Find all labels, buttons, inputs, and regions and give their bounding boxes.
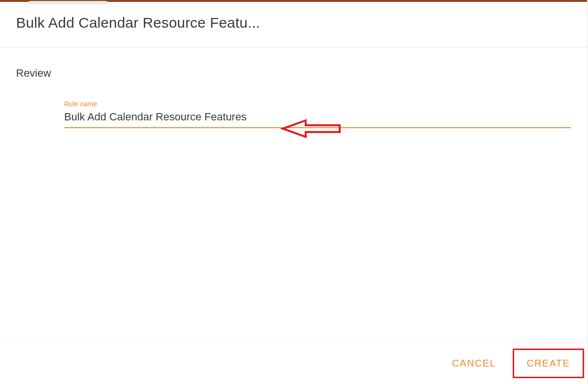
create-button-annotation-box: CREATE — [513, 349, 584, 378]
dialog-footer: CANCEL CREATE — [0, 342, 588, 384]
rule-name-input[interactable] — [64, 110, 571, 124]
create-button[interactable]: CREATE — [514, 350, 583, 377]
dialog-container: Bulk Add Calendar Resource Featu... Revi… — [0, 0, 588, 384]
dialog-content: Review Rule name — [0, 48, 588, 342]
rule-name-label: Rule name — [64, 100, 571, 108]
rule-name-input-wrap — [64, 110, 571, 128]
cancel-button[interactable]: CANCEL — [440, 349, 503, 378]
dialog-title: Bulk Add Calendar Resource Featu... — [16, 15, 572, 31]
section-title: Review — [16, 67, 572, 80]
rule-name-field-wrap: Rule name — [64, 100, 571, 128]
dialog-header: Bulk Add Calendar Resource Featu... — [0, 0, 588, 48]
